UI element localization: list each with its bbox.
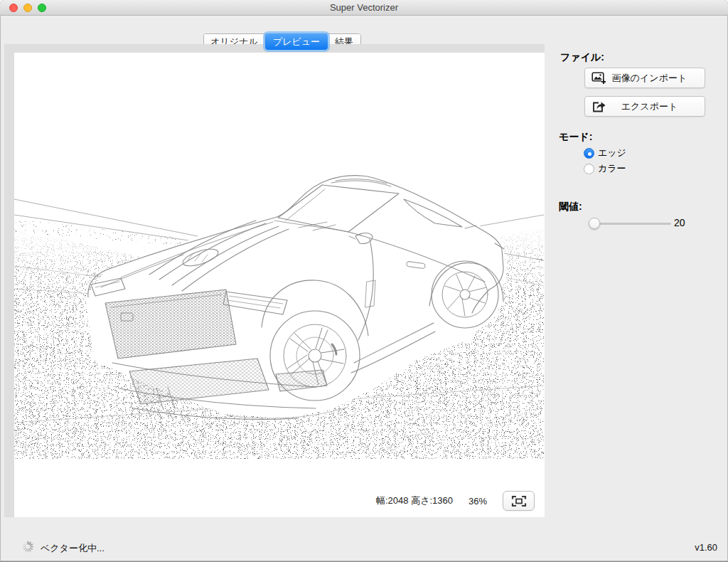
- tab-preview[interactable]: プレビュー: [265, 33, 328, 50]
- preview-canvas: 幅:2048 高さ:1360 36%: [14, 53, 545, 517]
- fit-to-screen-icon: [511, 495, 527, 507]
- image-dimensions: 幅:2048 高さ:1360: [376, 494, 453, 507]
- progress-spinner-icon: [22, 541, 34, 553]
- status-text: ベクター化中...: [41, 542, 105, 555]
- image-plus-icon: [592, 72, 609, 85]
- vectorized-car-image: [14, 53, 544, 516]
- radio-selected-icon: [584, 148, 594, 159]
- mode-radio-color[interactable]: カラー: [584, 163, 626, 174]
- titlebar: Super Vectorizer: [0, 0, 728, 16]
- fit-to-screen-button[interactable]: [503, 491, 535, 511]
- canvas-info-bar: 幅:2048 高さ:1360 36%: [376, 491, 535, 511]
- version-label: v1.60: [695, 542, 717, 553]
- mode-edge-label: エッジ: [598, 147, 626, 159]
- window-title: Super Vectorizer: [0, 0, 728, 16]
- zoom-level: 36%: [469, 496, 487, 507]
- radio-unselected-icon: [584, 164, 594, 174]
- import-image-button[interactable]: 画像のインポート: [584, 68, 705, 88]
- import-button-label: 画像のインポート: [609, 72, 690, 85]
- export-arrow-icon: [592, 100, 609, 113]
- status-bar: ベクター化中... v1.60: [0, 533, 728, 561]
- export-button-label: エクスポート: [609, 100, 690, 113]
- slider-knob[interactable]: [589, 218, 600, 229]
- slider-track[interactable]: [589, 223, 671, 225]
- mode-color-label: カラー: [598, 162, 626, 175]
- mode-section-label: モード:: [559, 131, 592, 144]
- threshold-section-label: 閾値:: [559, 201, 582, 213]
- preview-scroll-area: 幅:2048 高さ:1360 36%: [4, 44, 545, 517]
- export-button[interactable]: エクスポート: [584, 96, 705, 117]
- mode-radio-edge[interactable]: エッジ: [584, 147, 626, 159]
- threshold-slider[interactable]: [589, 217, 671, 230]
- threshold-value: 20: [674, 217, 685, 228]
- file-section-label: ファイル:: [560, 51, 604, 64]
- app-window: Super Vectorizer オリジナル プレビュー 結果: [0, 0, 728, 562]
